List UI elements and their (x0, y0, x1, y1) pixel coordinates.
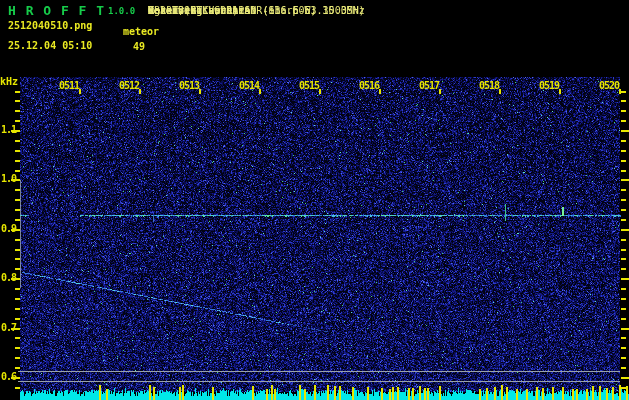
time-label: 0515 (295, 80, 319, 91)
info-value: 2el-HB9CV Vertical (el. E-W) (148, 4, 317, 17)
time-label: 0514 (235, 80, 259, 91)
freq-label: 0.8 (0, 272, 16, 283)
freq-label: 1.1 (0, 124, 16, 135)
time-label: 0516 (355, 80, 379, 91)
time-label: 0519 (535, 80, 559, 91)
time-label: 0513 (175, 80, 199, 91)
meteor-event-count: 49 (133, 41, 145, 52)
freq-label: 0.7 (0, 322, 16, 333)
time-label: 0518 (475, 80, 499, 91)
freq-label: 0.9 (0, 223, 16, 234)
time-label: 0512 (115, 80, 139, 91)
app-title: H R O F F T (8, 3, 105, 18)
spectrogram-canvas (0, 0, 629, 400)
time-label: 0517 (415, 80, 439, 91)
app-version: 1.0.0 (108, 6, 135, 16)
time-label: 0520 (595, 80, 619, 91)
freq-axis-unit: kHz (0, 76, 18, 87)
freq-label: 1.0 (0, 173, 16, 184)
output-filename: 2512040510.png (8, 20, 92, 31)
observation-mode: meteor (123, 26, 159, 37)
time-label: 0511 (55, 80, 79, 91)
observation-datetime: 25.12.04 05:10 (8, 40, 92, 51)
hrofft-screen: H R O F F T 1.0.0 2512040510.png meteor … (0, 0, 629, 400)
freq-label: 0.6 (0, 371, 16, 382)
